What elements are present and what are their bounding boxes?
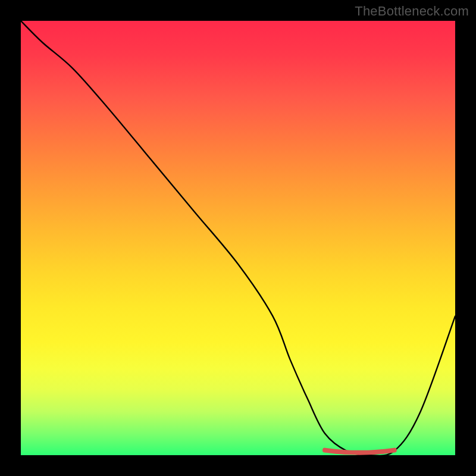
chart-frame: TheBottleneck.com [0,0,476,476]
plot-area [21,21,455,455]
bottleneck-curve-line [21,21,455,455]
chart-svg [21,21,455,455]
watermark-text: TheBottleneck.com [355,4,469,19]
optimal-range-highlight [325,450,394,453]
